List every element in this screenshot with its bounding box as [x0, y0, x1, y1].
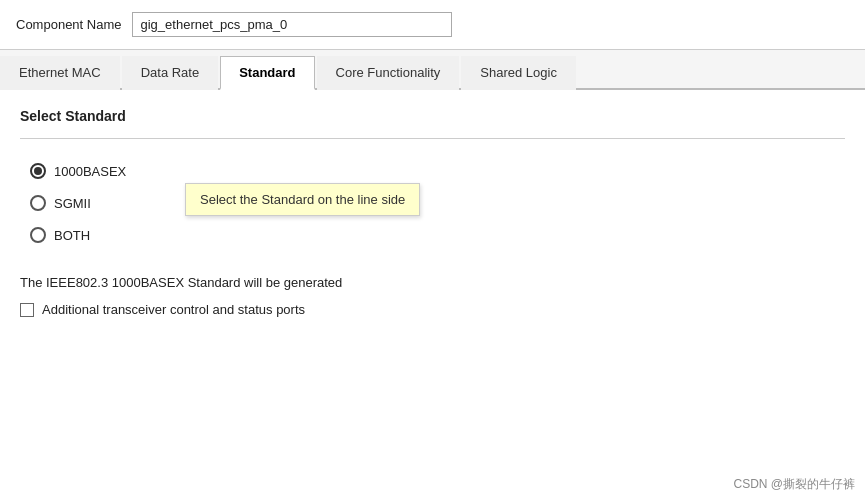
component-name-row: Component Name — [0, 0, 865, 50]
tab-core-functionality[interactable]: Core Functionality — [317, 56, 460, 90]
component-name-input[interactable] — [132, 12, 452, 37]
radio-circle-1000basex — [30, 163, 46, 179]
radio-label-sgmii: SGMII — [54, 196, 91, 211]
checkbox-row[interactable]: Additional transceiver control and statu… — [20, 302, 845, 317]
radio-group: 1000BASEX Select the Standard on the lin… — [30, 155, 845, 251]
tab-ethernet-mac[interactable]: Ethernet MAC — [0, 56, 120, 90]
info-text: The IEEE802.3 1000BASEX Standard will be… — [20, 275, 845, 290]
checkbox-label: Additional transceiver control and statu… — [42, 302, 305, 317]
section-title: Select Standard — [20, 108, 845, 124]
section-divider — [20, 138, 845, 139]
radio-label-both: BOTH — [54, 228, 90, 243]
tab-standard[interactable]: Standard — [220, 56, 314, 90]
tooltip-text: Select the Standard on the line side — [200, 192, 405, 207]
tooltip-box: Select the Standard on the line side — [185, 183, 420, 216]
main-content: Select Standard 1000BASEX Select the Sta… — [0, 90, 865, 335]
radio-circle-sgmii — [30, 195, 46, 211]
tabs-bar: Ethernet MAC Data Rate Standard Core Fun… — [0, 50, 865, 90]
watermark: CSDN @撕裂的牛仔裤 — [733, 476, 855, 493]
radio-option-both[interactable]: BOTH — [30, 219, 845, 251]
radio-label-1000basex: 1000BASEX — [54, 164, 126, 179]
additional-ports-checkbox[interactable] — [20, 303, 34, 317]
component-name-label: Component Name — [16, 17, 122, 32]
tab-shared-logic[interactable]: Shared Logic — [461, 56, 576, 90]
radio-option-1000basex[interactable]: 1000BASEX — [30, 155, 845, 187]
radio-option-sgmii[interactable]: SGMII — [30, 187, 845, 219]
radio-circle-both — [30, 227, 46, 243]
tab-data-rate[interactable]: Data Rate — [122, 56, 219, 90]
